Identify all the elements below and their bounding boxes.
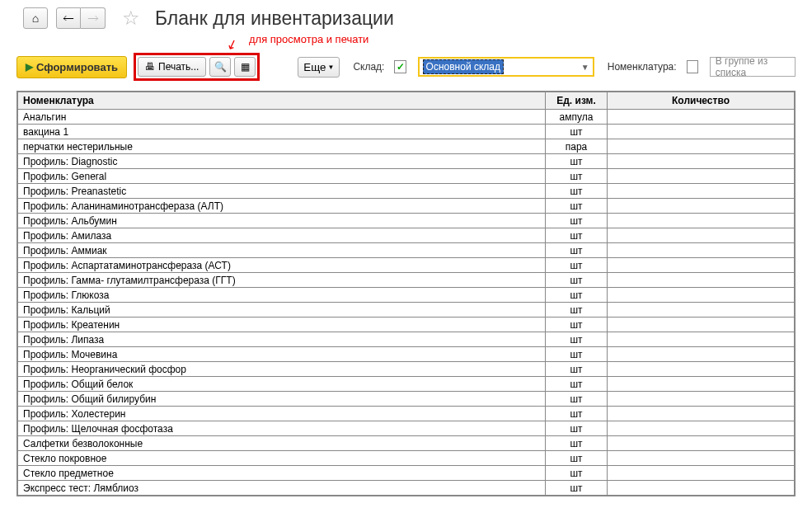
cell-nomenclature: Профиль: Diagnostic xyxy=(18,154,546,169)
cell-quantity[interactable] xyxy=(608,481,795,496)
warehouse-value: Основной склад xyxy=(423,59,504,74)
table-row[interactable]: Экспресс тест: Лямблиозшт xyxy=(18,481,795,496)
play-icon: ▶ xyxy=(26,61,33,73)
cell-quantity[interactable] xyxy=(608,169,795,184)
back-button[interactable]: 🡐 xyxy=(56,7,81,29)
table-row[interactable]: Профиль: Кальцийшт xyxy=(18,303,795,318)
home-button[interactable]: ⌂ xyxy=(23,7,48,29)
cell-unit: шт xyxy=(546,481,608,496)
cell-unit: шт xyxy=(546,377,608,392)
cell-quantity[interactable] xyxy=(608,273,795,288)
cell-quantity[interactable] xyxy=(608,466,795,481)
table-row[interactable]: Профиль: Холестериншт xyxy=(18,407,795,421)
table-row[interactable]: Профиль: Preanasteticшт xyxy=(18,184,795,199)
cell-quantity[interactable] xyxy=(608,362,795,377)
table-row[interactable]: Салфетки безволоконныешт xyxy=(18,436,795,451)
cell-nomenclature: Профиль: Preanastetic xyxy=(18,184,546,199)
table-row[interactable]: Анальгинампула xyxy=(18,110,795,125)
table-row[interactable]: Профиль: Неорганический фосфоршт xyxy=(18,362,795,377)
table-row[interactable]: Профиль: Аспартатаминотрансфераза (АСТ)ш… xyxy=(18,258,795,273)
data-table-wrap: Номенклатура Ед. изм. Количество Анальги… xyxy=(16,91,796,496)
cell-nomenclature: вакцина 1 xyxy=(18,125,546,139)
table-row[interactable]: перчатки нестерильныепара xyxy=(18,139,795,154)
cell-quantity[interactable] xyxy=(608,451,795,466)
table-row[interactable]: вакцина 1шт xyxy=(18,125,795,139)
cell-quantity[interactable] xyxy=(608,347,795,362)
table-row[interactable]: Стекло предметноешт xyxy=(18,466,795,481)
table-row[interactable]: Профиль: Альбуминшт xyxy=(18,214,795,228)
cell-nomenclature: Салфетки безволоконные xyxy=(18,436,546,451)
cell-quantity[interactable] xyxy=(608,139,795,154)
warehouse-checkbox[interactable]: ✓ xyxy=(394,60,406,73)
cell-nomenclature: Анальгин xyxy=(18,110,546,125)
nomenclature-checkbox[interactable] xyxy=(687,60,698,73)
form-button[interactable]: ▶ Сформировать xyxy=(16,56,127,78)
cell-quantity[interactable] xyxy=(608,407,795,421)
cell-nomenclature: Профиль: Аспартатаминотрансфераза (АСТ) xyxy=(18,258,546,273)
cell-quantity[interactable] xyxy=(608,199,795,214)
cell-unit: шт xyxy=(546,199,608,214)
cell-quantity[interactable] xyxy=(608,436,795,451)
cell-quantity[interactable] xyxy=(608,228,795,243)
table-row[interactable]: Стекло покровноешт xyxy=(18,451,795,466)
warehouse-select[interactable]: Основной склад ▼ xyxy=(418,57,594,77)
warehouse-label: Склад: xyxy=(353,61,384,73)
cell-quantity[interactable] xyxy=(608,125,795,139)
cell-quantity[interactable] xyxy=(608,214,795,228)
cell-unit: шт xyxy=(546,169,608,184)
cell-unit: шт xyxy=(546,125,608,139)
more-button[interactable]: Еще ▼ xyxy=(298,57,340,78)
cell-quantity[interactable] xyxy=(608,184,795,199)
printer-icon: 🖶 xyxy=(145,61,155,73)
header-quantity[interactable]: Количество xyxy=(608,92,795,110)
table-row[interactable]: Профиль: Липазашт xyxy=(18,332,795,347)
print-button[interactable]: 🖶 Печать... xyxy=(138,57,206,77)
table-row[interactable]: Профиль: Креатениншт xyxy=(18,318,795,332)
page-title: Бланк для инвентаризации xyxy=(155,7,394,30)
favorite-icon[interactable]: ☆ xyxy=(122,7,140,30)
cell-quantity[interactable] xyxy=(608,243,795,258)
cell-nomenclature: Профиль: Холестерин xyxy=(18,407,546,421)
cell-unit: шт xyxy=(546,288,608,303)
table-row[interactable]: Профиль: Общий белокшт xyxy=(18,377,795,392)
cell-unit: пара xyxy=(546,139,608,154)
cell-nomenclature: Профиль: Амилаза xyxy=(18,228,546,243)
cell-unit: шт xyxy=(546,332,608,347)
data-table: Номенклатура Ед. изм. Количество Анальги… xyxy=(17,92,795,496)
header-unit[interactable]: Ед. изм. xyxy=(546,92,608,110)
cell-unit: шт xyxy=(546,407,608,421)
forward-button[interactable]: 🡒 xyxy=(81,7,106,29)
cell-quantity[interactable] xyxy=(608,258,795,273)
export-button[interactable]: ▦ xyxy=(234,57,256,77)
table-row[interactable]: Профиль: Общий билирубиншт xyxy=(18,392,795,407)
cell-nomenclature: Профиль: Гамма- глутамилтрансфераза (ГГТ… xyxy=(18,273,546,288)
cell-nomenclature: Профиль: Аланинаминотрансфераза (АЛТ) xyxy=(18,199,546,214)
table-row[interactable]: Профиль: Diagnosticшт xyxy=(18,154,795,169)
table-row[interactable]: Профиль: Глюкозашт xyxy=(18,288,795,303)
cell-unit: шт xyxy=(546,318,608,332)
table-row[interactable]: Профиль: Generalшт xyxy=(18,169,795,184)
cell-quantity[interactable] xyxy=(608,392,795,407)
table-row[interactable]: Профиль: Мочевинашт xyxy=(18,347,795,362)
table-row[interactable]: Профиль: Аланинаминотрансфераза (АЛТ)шт xyxy=(18,199,795,214)
cell-nomenclature: Профиль: Глюкоза xyxy=(18,288,546,303)
cell-unit: шт xyxy=(546,421,608,436)
cell-nomenclature: Профиль: General xyxy=(18,169,546,184)
table-row[interactable]: Профиль: Гамма- глутамилтрансфераза (ГГТ… xyxy=(18,273,795,288)
table-row[interactable]: Профиль: Амилазашт xyxy=(18,228,795,243)
table-row[interactable]: Профиль: Аммиакшт xyxy=(18,243,795,258)
cell-quantity[interactable] xyxy=(608,154,795,169)
header-nomenclature[interactable]: Номенклатура xyxy=(18,92,546,110)
arrow-right-icon: 🡒 xyxy=(87,12,99,25)
cell-quantity[interactable] xyxy=(608,288,795,303)
table-row[interactable]: Профиль: Щелочная фосфотазашт xyxy=(18,421,795,436)
cell-quantity[interactable] xyxy=(608,110,795,125)
cell-quantity[interactable] xyxy=(608,303,795,318)
cell-quantity[interactable] xyxy=(608,332,795,347)
cell-quantity[interactable] xyxy=(608,421,795,436)
cell-quantity[interactable] xyxy=(608,318,795,332)
group-input[interactable]: В группе из списка xyxy=(710,57,796,77)
preview-button[interactable]: 🔍 xyxy=(209,57,231,77)
home-icon: ⌂ xyxy=(32,12,39,25)
cell-quantity[interactable] xyxy=(608,377,795,392)
